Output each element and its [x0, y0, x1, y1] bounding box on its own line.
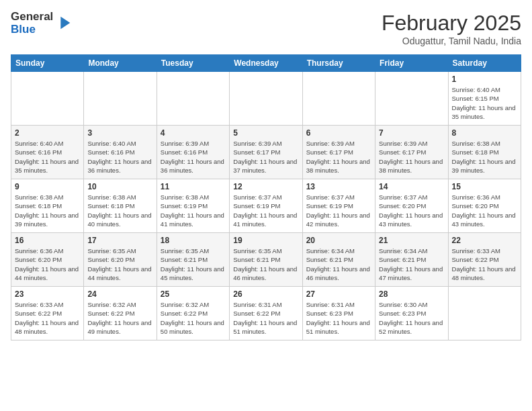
day-info: Sunrise: 6:31 AMSunset: 6:23 PMDaylight:…	[306, 300, 371, 336]
calendar-cell: 21Sunrise: 6:34 AMSunset: 6:21 PMDayligh…	[375, 233, 448, 287]
day-number: 12	[233, 182, 298, 191]
day-info: Sunrise: 6:38 AMSunset: 6:18 PMDaylight:…	[15, 193, 80, 228]
calendar-cell	[230, 72, 302, 126]
calendar-cell: 7Sunrise: 6:39 AMSunset: 6:17 PMDaylight…	[375, 126, 448, 179]
day-number: 24	[87, 289, 152, 299]
day-info: Sunrise: 6:32 AMSunset: 6:22 PMDaylight:…	[87, 300, 152, 336]
weekday-header: Tuesday	[157, 55, 229, 72]
logo-blue: Blue	[11, 24, 53, 36]
logo-general: General	[11, 11, 53, 24]
logo-icon	[54, 13, 73, 32]
calendar-cell: 8Sunrise: 6:38 AMSunset: 6:18 PMDaylight…	[448, 126, 521, 179]
day-number: 13	[306, 182, 371, 191]
day-info: Sunrise: 6:37 AMSunset: 6:20 PMDaylight:…	[379, 193, 444, 228]
day-number: 8	[452, 128, 517, 138]
day-info: Sunrise: 6:39 AMSunset: 6:17 PMDaylight:…	[233, 139, 298, 175]
calendar-cell: 28Sunrise: 6:30 AMSunset: 6:23 PMDayligh…	[375, 287, 448, 340]
calendar-cell: 24Sunrise: 6:32 AMSunset: 6:22 PMDayligh…	[84, 287, 157, 340]
calendar-week-row: 23Sunrise: 6:33 AMSunset: 6:22 PMDayligh…	[11, 287, 521, 340]
calendar-cell: 23Sunrise: 6:33 AMSunset: 6:22 PMDayligh…	[11, 287, 84, 340]
day-info: Sunrise: 6:36 AMSunset: 6:20 PMDaylight:…	[452, 193, 517, 228]
calendar-cell: 17Sunrise: 6:35 AMSunset: 6:20 PMDayligh…	[84, 233, 157, 287]
day-info: Sunrise: 6:38 AMSunset: 6:18 PMDaylight:…	[452, 139, 517, 175]
weekday-header: Monday	[84, 55, 157, 72]
calendar-table: SundayMondayTuesdayWednesdayThursdayFrid…	[11, 54, 521, 340]
day-number: 6	[306, 128, 371, 138]
calendar-cell	[375, 72, 448, 126]
day-info: Sunrise: 6:35 AMSunset: 6:21 PMDaylight:…	[233, 246, 298, 282]
day-info: Sunrise: 6:40 AMSunset: 6:16 PMDaylight:…	[15, 139, 80, 175]
day-number: 20	[306, 236, 371, 245]
calendar-cell: 6Sunrise: 6:39 AMSunset: 6:17 PMDaylight…	[302, 126, 375, 179]
calendar-cell: 2Sunrise: 6:40 AMSunset: 6:16 PMDaylight…	[11, 126, 84, 179]
calendar-week-row: 9Sunrise: 6:38 AMSunset: 6:18 PMDaylight…	[11, 179, 521, 233]
calendar-cell: 15Sunrise: 6:36 AMSunset: 6:20 PMDayligh…	[448, 179, 521, 233]
day-info: Sunrise: 6:37 AMSunset: 6:19 PMDaylight:…	[306, 193, 371, 228]
day-number: 28	[379, 289, 444, 299]
day-info: Sunrise: 6:35 AMSunset: 6:21 PMDaylight:…	[161, 246, 226, 282]
calendar-cell: 14Sunrise: 6:37 AMSunset: 6:20 PMDayligh…	[375, 179, 448, 233]
day-info: Sunrise: 6:34 AMSunset: 6:21 PMDaylight:…	[306, 246, 371, 282]
calendar-week-row: 16Sunrise: 6:36 AMSunset: 6:20 PMDayligh…	[11, 233, 521, 287]
day-info: Sunrise: 6:39 AMSunset: 6:17 PMDaylight:…	[379, 139, 444, 175]
logo: General Blue	[11, 11, 73, 36]
day-number: 2	[15, 128, 80, 138]
calendar-cell: 25Sunrise: 6:32 AMSunset: 6:22 PMDayligh…	[157, 287, 229, 340]
day-info: Sunrise: 6:40 AMSunset: 6:15 PMDaylight:…	[452, 85, 517, 121]
calendar-week-row: 2Sunrise: 6:40 AMSunset: 6:16 PMDaylight…	[11, 126, 521, 179]
day-info: Sunrise: 6:30 AMSunset: 6:23 PMDaylight:…	[379, 300, 444, 336]
day-number: 1	[452, 75, 517, 84]
day-info: Sunrise: 6:40 AMSunset: 6:16 PMDaylight:…	[87, 139, 152, 175]
day-number: 26	[233, 289, 298, 299]
calendar-cell: 1Sunrise: 6:40 AMSunset: 6:15 PMDaylight…	[448, 72, 521, 126]
day-number: 25	[161, 289, 226, 299]
calendar-cell: 22Sunrise: 6:33 AMSunset: 6:22 PMDayligh…	[448, 233, 521, 287]
calendar-cell: 9Sunrise: 6:38 AMSunset: 6:18 PMDaylight…	[11, 179, 84, 233]
calendar-cell: 12Sunrise: 6:37 AMSunset: 6:19 PMDayligh…	[230, 179, 302, 233]
day-number: 27	[306, 289, 371, 299]
calendar-header-row: SundayMondayTuesdayWednesdayThursdayFrid…	[11, 55, 521, 72]
day-number: 9	[15, 182, 80, 191]
day-number: 15	[452, 182, 517, 191]
day-info: Sunrise: 6:39 AMSunset: 6:16 PMDaylight:…	[161, 139, 226, 175]
calendar-cell	[302, 72, 375, 126]
day-info: Sunrise: 6:33 AMSunset: 6:22 PMDaylight:…	[15, 300, 80, 336]
day-number: 21	[379, 236, 444, 245]
day-number: 22	[452, 236, 517, 245]
calendar-cell: 27Sunrise: 6:31 AMSunset: 6:23 PMDayligh…	[302, 287, 375, 340]
weekday-header: Wednesday	[230, 55, 302, 72]
day-info: Sunrise: 6:32 AMSunset: 6:22 PMDaylight:…	[161, 300, 226, 336]
weekday-header: Sunday	[11, 55, 84, 72]
calendar-cell: 4Sunrise: 6:39 AMSunset: 6:16 PMDaylight…	[157, 126, 229, 179]
day-info: Sunrise: 6:37 AMSunset: 6:19 PMDaylight:…	[233, 193, 298, 228]
day-number: 4	[161, 128, 226, 138]
day-number: 3	[87, 128, 152, 138]
weekday-header: Saturday	[448, 55, 521, 72]
calendar-cell: 11Sunrise: 6:38 AMSunset: 6:19 PMDayligh…	[157, 179, 229, 233]
calendar-cell	[84, 72, 157, 126]
day-info: Sunrise: 6:33 AMSunset: 6:22 PMDaylight:…	[452, 246, 517, 282]
calendar-cell	[448, 287, 521, 340]
calendar-cell	[157, 72, 229, 126]
title-block: February 2025 Odugattur, Tamil Nadu, Ind…	[382, 11, 521, 46]
day-number: 23	[15, 289, 80, 299]
day-info: Sunrise: 6:38 AMSunset: 6:18 PMDaylight:…	[87, 193, 152, 228]
calendar-cell: 18Sunrise: 6:35 AMSunset: 6:21 PMDayligh…	[157, 233, 229, 287]
calendar-cell: 5Sunrise: 6:39 AMSunset: 6:17 PMDaylight…	[230, 126, 302, 179]
calendar-cell: 19Sunrise: 6:35 AMSunset: 6:21 PMDayligh…	[230, 233, 302, 287]
day-info: Sunrise: 6:36 AMSunset: 6:20 PMDaylight:…	[15, 246, 80, 282]
day-number: 19	[233, 236, 298, 245]
day-number: 14	[379, 182, 444, 191]
day-info: Sunrise: 6:39 AMSunset: 6:17 PMDaylight:…	[306, 139, 371, 175]
month-title: February 2025	[382, 11, 521, 36]
day-info: Sunrise: 6:38 AMSunset: 6:19 PMDaylight:…	[161, 193, 226, 228]
day-number: 16	[15, 236, 80, 245]
calendar-cell: 26Sunrise: 6:31 AMSunset: 6:22 PMDayligh…	[230, 287, 302, 340]
page-header: General Blue February 2025 Odugattur, Ta…	[11, 11, 521, 46]
calendar-cell: 10Sunrise: 6:38 AMSunset: 6:18 PMDayligh…	[84, 179, 157, 233]
day-number: 5	[233, 128, 298, 138]
day-number: 7	[379, 128, 444, 138]
day-number: 10	[87, 182, 152, 191]
day-info: Sunrise: 6:31 AMSunset: 6:22 PMDaylight:…	[233, 300, 298, 336]
calendar-cell: 3Sunrise: 6:40 AMSunset: 6:16 PMDaylight…	[84, 126, 157, 179]
